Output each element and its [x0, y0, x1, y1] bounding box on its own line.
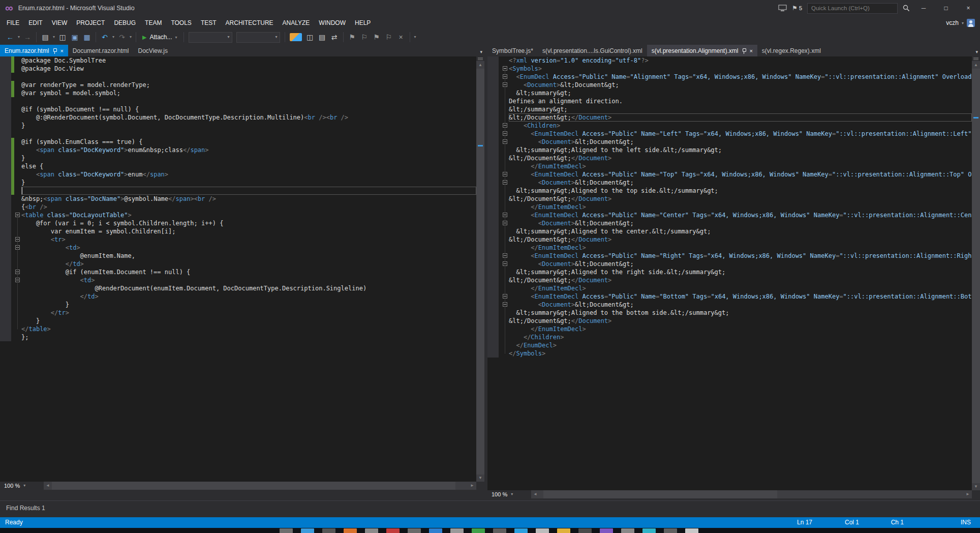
- navigate-windows-icon[interactable]: ⇄: [328, 31, 341, 43]
- breakpoint-margin[interactable]: [0, 333, 11, 341]
- breakpoint-margin[interactable]: [487, 260, 499, 268]
- pin-icon[interactable]: [742, 48, 746, 54]
- outlining-margin[interactable]: [14, 317, 21, 325]
- left-vertical-scrollbar[interactable]: ▲ ▼: [476, 56, 484, 482]
- taskbar-app-icon[interactable]: [536, 528, 549, 533]
- pin-icon[interactable]: [52, 48, 57, 54]
- tab-document-razor-html[interactable]: Document.razor.html: [68, 45, 134, 56]
- toggle-bookmark-icon[interactable]: ⚑: [346, 31, 358, 43]
- menu-test[interactable]: TEST: [196, 16, 221, 29]
- scrollbar-thumb[interactable]: [543, 490, 777, 498]
- taskbar-app-icon[interactable]: [386, 528, 400, 533]
- breakpoint-margin[interactable]: [487, 244, 499, 252]
- breakpoint-margin[interactable]: [487, 301, 499, 309]
- breakpoint-margin[interactable]: [487, 292, 499, 301]
- breakpoint-margin[interactable]: [487, 349, 499, 358]
- maximize-button[interactable]: □: [937, 2, 955, 15]
- right-code-editor[interactable]: <?xml version="1.0" encoding="utf-8"?><S…: [487, 56, 972, 490]
- clear-bookmarks-icon[interactable]: ×: [395, 31, 407, 43]
- toolbar-overflow-icon[interactable]: ▾: [413, 31, 418, 43]
- breakpoint-margin[interactable]: [487, 325, 499, 333]
- outlining-margin[interactable]: [502, 325, 509, 333]
- outlining-margin[interactable]: [14, 154, 21, 162]
- outlining-margin[interactable]: [14, 333, 21, 341]
- outlining-margin[interactable]: [14, 227, 21, 235]
- outlining-margin[interactable]: [14, 81, 21, 89]
- breakpoint-margin[interactable]: [487, 227, 499, 235]
- breakpoint-margin[interactable]: [0, 325, 11, 333]
- breakpoint-margin[interactable]: [487, 105, 499, 113]
- breakpoint-margin[interactable]: [0, 284, 11, 292]
- menu-help[interactable]: HELP: [350, 16, 375, 29]
- outlining-margin[interactable]: [502, 65, 509, 73]
- breakpoint-margin[interactable]: [487, 276, 499, 284]
- outlining-margin[interactable]: [502, 187, 509, 195]
- taskbar-app-icon[interactable]: [621, 528, 634, 533]
- breakpoint-margin[interactable]: [487, 341, 499, 349]
- breakpoint-margin[interactable]: [0, 268, 11, 276]
- outlining-margin[interactable]: [14, 244, 21, 252]
- breakpoint-margin[interactable]: [0, 301, 11, 309]
- outlining-margin[interactable]: [14, 235, 21, 244]
- outlining-margin[interactable]: [502, 292, 509, 301]
- outlining-margin[interactable]: [502, 252, 509, 260]
- scroll-down-icon[interactable]: ▼: [476, 475, 484, 482]
- new-file-caret-icon[interactable]: ▾: [51, 31, 56, 43]
- breakpoint-margin[interactable]: [487, 138, 499, 146]
- menu-edit[interactable]: EDIT: [24, 16, 47, 29]
- breakpoint-margin[interactable]: [487, 162, 499, 170]
- taskbar-app-icon[interactable]: [664, 528, 677, 533]
- breakpoint-margin[interactable]: [487, 333, 499, 341]
- outlining-margin[interactable]: [502, 333, 509, 341]
- outlining-margin[interactable]: [14, 89, 21, 97]
- outlining-margin[interactable]: [502, 211, 509, 219]
- outlining-margin[interactable]: [502, 301, 509, 309]
- outlining-margin[interactable]: [502, 268, 509, 276]
- scroll-down-icon[interactable]: ▼: [972, 483, 980, 490]
- outlining-margin[interactable]: [14, 122, 21, 130]
- find-results-panel-tab[interactable]: Find Results 1: [0, 500, 980, 515]
- left-zoom-control[interactable]: 100 % ▾: [0, 482, 44, 490]
- outlining-margin[interactable]: [14, 252, 21, 260]
- breakpoint-margin[interactable]: [0, 73, 11, 81]
- navigate-back-caret-icon[interactable]: ▾: [16, 31, 21, 43]
- scroll-left-icon[interactable]: ◄: [44, 482, 52, 490]
- breakpoint-margin[interactable]: [487, 122, 499, 130]
- outlining-margin[interactable]: [14, 65, 21, 73]
- scrollbar-thumb[interactable]: [972, 69, 980, 483]
- close-icon[interactable]: ×: [749, 48, 752, 54]
- outlining-margin[interactable]: [14, 113, 21, 122]
- outlining-margin[interactable]: [502, 97, 509, 105]
- outlining-margin[interactable]: [14, 130, 21, 138]
- breakpoint-margin[interactable]: [487, 113, 499, 122]
- outlining-margin[interactable]: [14, 138, 21, 146]
- breakpoint-margin[interactable]: [0, 138, 11, 146]
- outlining-margin[interactable]: [14, 325, 21, 333]
- outlining-margin[interactable]: [14, 179, 21, 187]
- breakpoint-margin[interactable]: [487, 195, 499, 203]
- taskbar-app-icon[interactable]: [429, 528, 442, 533]
- next-bookmark-icon[interactable]: ⚑: [371, 31, 383, 43]
- breakpoint-margin[interactable]: [0, 244, 11, 252]
- breakpoint-margin[interactable]: [487, 187, 499, 195]
- outlining-margin[interactable]: [14, 97, 21, 105]
- outlining-margin[interactable]: [14, 276, 21, 284]
- outlining-margin[interactable]: [14, 260, 21, 268]
- breakpoint-margin[interactable]: [0, 170, 11, 179]
- outlining-margin[interactable]: [14, 146, 21, 154]
- menu-team[interactable]: TEAM: [140, 16, 166, 29]
- breakpoint-margin[interactable]: [0, 309, 11, 317]
- outlining-margin[interactable]: [14, 56, 21, 65]
- breakpoint-margin[interactable]: [487, 219, 499, 227]
- outlining-margin[interactable]: [502, 56, 509, 65]
- menu-debug[interactable]: DEBUG: [109, 16, 140, 29]
- breakpoint-margin[interactable]: [0, 203, 11, 211]
- scroll-right-icon[interactable]: ►: [468, 482, 476, 490]
- outlining-margin[interactable]: [14, 105, 21, 113]
- minimize-button[interactable]: ─: [915, 2, 932, 15]
- taskbar-app-icon[interactable]: [365, 528, 378, 533]
- menu-file[interactable]: FILE: [2, 16, 24, 29]
- breakpoint-margin[interactable]: [487, 97, 499, 105]
- outlining-margin[interactable]: [502, 276, 509, 284]
- tab-list-dropdown-icon[interactable]: ▾: [480, 49, 482, 54]
